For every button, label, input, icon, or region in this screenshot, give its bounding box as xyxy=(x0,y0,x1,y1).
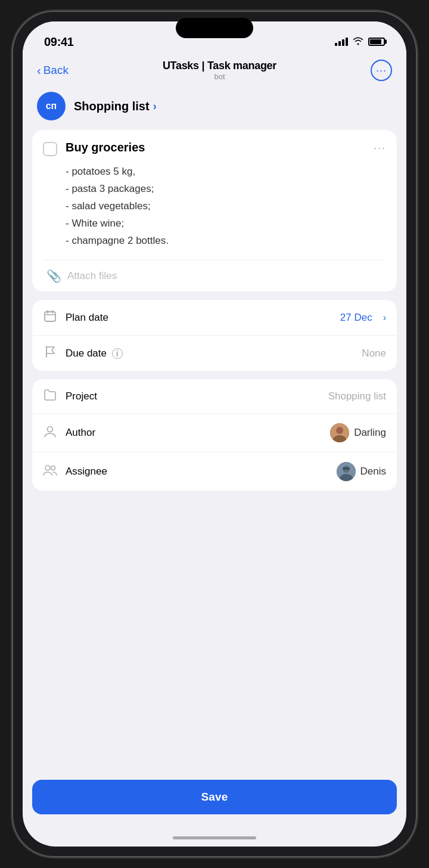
project-name-button[interactable]: Shopping list › xyxy=(74,100,157,113)
nav-title: UTasks | Task manager xyxy=(163,60,276,72)
home-bar xyxy=(173,836,256,839)
svg-point-9 xyxy=(45,466,50,470)
task-more-button[interactable]: ··· xyxy=(374,141,386,154)
back-button[interactable]: ‹ Back xyxy=(37,64,69,78)
info-card: Project Shopping list Author xyxy=(32,379,397,491)
back-label: Back xyxy=(43,64,69,77)
desc-line-2: - pasta 3 packages; xyxy=(66,181,386,198)
scroll-area: Buy groceries ··· - potatoes 5 kg, - pas… xyxy=(23,130,406,770)
status-time: 09:41 xyxy=(44,35,74,49)
assignee-value: Denis xyxy=(337,462,386,481)
author-row[interactable]: Author Darling xyxy=(32,413,397,452)
project-avatar: сп xyxy=(37,92,66,120)
save-area: Save xyxy=(23,770,406,829)
project-label: Project xyxy=(66,390,320,402)
nav-center: UTasks | Task manager bot xyxy=(163,60,276,81)
dynamic-island xyxy=(176,18,253,38)
desc-line-4: - White wine; xyxy=(66,215,386,232)
task-description: - potatoes 5 kg, - pasta 3 packages; - s… xyxy=(43,163,386,249)
project-value: Shopping list xyxy=(328,390,386,402)
svg-rect-14 xyxy=(343,467,350,470)
home-indicator xyxy=(23,829,406,847)
author-name: Darling xyxy=(354,427,386,439)
task-header: Buy groceries ··· xyxy=(43,141,386,156)
phone-frame: 09:41 xyxy=(12,11,417,857)
more-button[interactable]: ··· xyxy=(371,60,392,81)
task-checkbox[interactable] xyxy=(43,142,57,156)
person-icon xyxy=(43,425,57,441)
attach-files-row[interactable]: 📎 Attach files xyxy=(43,260,386,292)
plan-date-chevron-icon: › xyxy=(383,312,386,323)
assignee-avatar xyxy=(337,462,356,481)
date-card: Plan date 27 Dec › Due date i xyxy=(32,300,397,371)
assignee-label: Assignee xyxy=(66,466,328,478)
people-icon xyxy=(43,464,57,480)
svg-point-10 xyxy=(51,466,55,470)
attach-label: Attach files xyxy=(67,270,117,282)
desc-line-3: - salad vegetables; xyxy=(66,198,386,215)
due-date-label: Due date i xyxy=(66,348,353,359)
assignee-row[interactable]: Assignee Denis xyxy=(32,452,397,491)
chevron-right-icon: › xyxy=(153,100,157,113)
chevron-left-icon: ‹ xyxy=(37,64,41,78)
task-card: Buy groceries ··· - potatoes 5 kg, - pas… xyxy=(32,130,397,292)
due-date-row[interactable]: Due date i None xyxy=(32,335,397,371)
calendar-icon xyxy=(43,309,57,326)
phone-screen: 09:41 xyxy=(23,21,406,847)
more-icon: ··· xyxy=(376,64,387,77)
status-icons xyxy=(335,37,385,47)
svg-rect-0 xyxy=(45,312,55,321)
project-header: сп Shopping list › xyxy=(23,88,406,130)
save-button[interactable]: Save xyxy=(32,780,397,814)
svg-point-7 xyxy=(336,427,343,434)
plan-date-value: 27 Dec xyxy=(340,312,372,324)
signal-icon xyxy=(335,38,348,46)
folder-icon xyxy=(43,389,57,404)
wifi-icon xyxy=(353,37,363,47)
top-nav: ‹ Back UTasks | Task manager bot ··· xyxy=(23,56,406,88)
author-value: Darling xyxy=(330,423,386,442)
desc-line-5: - champagne 2 bottles. xyxy=(66,232,386,250)
author-label: Author xyxy=(66,427,322,439)
nav-subtitle: bot xyxy=(163,72,276,81)
task-title: Buy groceries xyxy=(66,141,365,154)
due-date-value: None xyxy=(362,348,386,359)
flag-icon xyxy=(43,345,57,361)
assignee-name: Denis xyxy=(360,466,386,478)
spacer xyxy=(32,499,397,504)
avatar-initials: сп xyxy=(46,101,57,111)
battery-icon xyxy=(368,38,385,46)
author-avatar xyxy=(330,423,349,442)
paperclip-icon: 📎 xyxy=(46,269,61,283)
plan-date-row[interactable]: Plan date 27 Dec › xyxy=(32,300,397,335)
desc-line-1: - potatoes 5 kg, xyxy=(66,163,386,181)
svg-point-5 xyxy=(48,426,53,432)
info-icon: i xyxy=(112,348,123,359)
plan-date-label: Plan date xyxy=(66,312,332,324)
project-row[interactable]: Project Shopping list xyxy=(32,379,397,413)
project-name: Shopping list xyxy=(74,100,150,113)
